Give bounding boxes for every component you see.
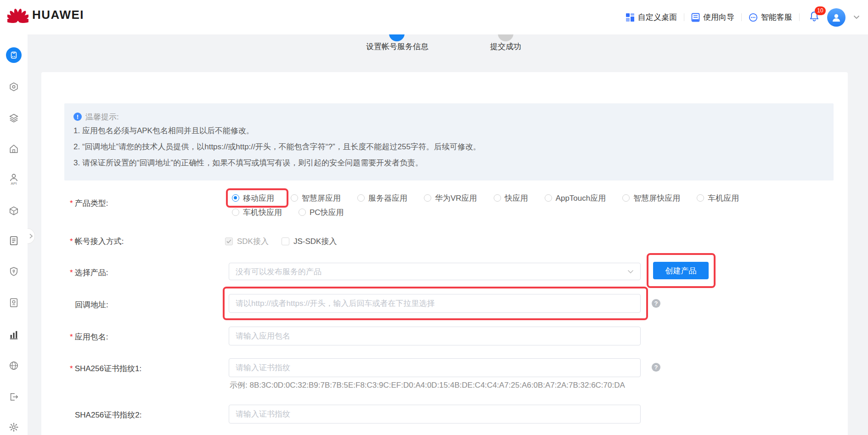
sha256-1-help-icon[interactable] [652,363,660,372]
notice-line-3: 3. 请保证所设置的“回调地址”的正确性，如果不填写或填写有误，则引起的安全问题… [73,155,824,171]
notice-line-2: 2. “回调地址”请您的技术人员提供，以https://或http://开头，不… [73,139,824,155]
user-avatar[interactable] [827,8,845,27]
sha256-2-label: SHA256证书指纹2: [75,410,142,420]
menu-guide-label: 使用向导 [703,12,734,23]
app-console-icon [10,51,18,59]
check-icon [226,239,231,243]
menu-smart-support[interactable]: 智能客服 [749,12,792,23]
notice-title-row: 温馨提示: [73,111,824,123]
radio-huawei-vr-app[interactable]: 华为VR应用 [424,193,477,203]
sidebar-item-form-document[interactable] [8,235,20,247]
radio-dot [299,209,306,216]
radio-dot [424,194,431,202]
tips-notice: 温馨提示: 1. 应用包名必须与APK包名相同并且以后不能修改。 2. “回调地… [64,103,834,181]
callback-url-label: 回调地址: [75,299,108,310]
form-document-icon [9,236,19,246]
sidebar-item-api-user[interactable]: API [8,173,20,185]
api-user-icon: API [8,173,19,185]
sha256-1-label: SHA256证书指纹1: [70,363,141,374]
sidebar-item-analytics[interactable] [8,329,20,341]
package-name-label: 应用包名: [70,332,108,342]
brand-text: HUAWEI [32,8,84,22]
callback-url-input[interactable] [229,294,641,313]
sidebar-item-exit[interactable] [8,391,20,403]
callback-url-help-icon[interactable] [652,299,660,308]
sha256-example-text: 示例: 8B:3C:0D:0C:32:B9:7B:7B:5E:F8:C3:9C:… [230,380,625,390]
product-type-options-row2: 车机快应用 PC快应用 [232,205,344,219]
sidebar-item-home[interactable] [8,143,20,155]
shield-icon [9,266,19,277]
bar-chart-icon [9,330,19,340]
chevron-right-icon [29,233,33,239]
radio-dot [622,194,630,202]
radio-quick-app[interactable]: 快应用 [494,193,528,203]
sidebar-item-settings[interactable] [8,421,20,433]
checkbox-checked [225,237,233,245]
sidebar-item-shield[interactable] [8,266,20,277]
radio-pc-quick-app[interactable]: PC快应用 [299,207,344,218]
checkbox-unchecked [282,237,289,245]
radio-mobile-app[interactable]: 移动应用 [232,193,274,203]
select-product-placeholder: 没有可以发布服务的产品 [236,266,627,277]
radio-dot [291,194,298,202]
access-mode-label: 帐号接入方式: [70,236,124,247]
radio-smart-screen-app[interactable]: 智慧屏应用 [291,193,341,203]
desktop-grid-icon [626,13,635,22]
radio-dot [697,194,704,202]
home-icon [9,144,19,154]
page: 设置帐号服务信息 提交成功 HUAWEI [0,0,868,435]
product-type-label: 产品类型: [70,198,108,209]
checkbox-js-sdk-access[interactable]: JS-SDK接入 [282,236,337,247]
chevron-down-icon [627,270,634,274]
divider [799,13,800,21]
radio-dot [494,194,501,202]
huawei-flower-icon [7,6,28,23]
sidebar-item-app-console[interactable] [6,47,22,63]
radio-smart-screen-quick-app[interactable]: 智慧屏快应用 [622,193,680,203]
radio-server-app[interactable]: 服务器应用 [357,193,407,203]
notification-count-badge: 10 [815,6,826,15]
svg-text:API: API [11,181,17,185]
info-icon [73,113,82,121]
sidebar-item-audit-document[interactable] [8,297,20,309]
top-header: HUAWEI 自定义桌面 使用向导 [0,0,868,34]
notice-title: 温馨提示: [85,112,119,122]
sidebar-item-layers[interactable] [8,112,20,124]
guide-book-icon [691,13,700,22]
audit-document-icon [9,298,19,308]
create-product-button[interactable]: 创建产品 [653,262,709,279]
header-menu: 自定义桌面 使用向导 智能客服 [626,0,860,34]
menu-smart-support-label: 智能客服 [761,12,792,23]
sidebar-item-cube[interactable] [8,205,20,217]
notifications-bell[interactable]: 10 [808,11,820,24]
select-product-label: 选择产品: [70,267,108,278]
notice-line-1: 1. 应用包名必须与APK包名相同并且以后不能修改。 [73,123,824,139]
left-sidebar: API [0,34,28,435]
package-name-input[interactable] [229,327,641,345]
menu-guide[interactable]: 使用向导 [691,12,734,23]
layers-icon [9,113,19,123]
menu-custom-desktop[interactable]: 自定义桌面 [626,12,677,23]
person-icon [831,12,842,23]
sha256-1-input[interactable] [229,358,641,377]
sha256-2-input[interactable] [229,405,641,424]
huawei-logo: HUAWEI [7,6,84,23]
gear-icon [9,422,19,432]
select-product-dropdown[interactable]: 没有可以发布服务的产品 [229,263,641,280]
cube-icon [9,206,19,216]
divider [684,13,684,21]
chevron-down-icon[interactable] [853,15,860,19]
sidebar-expander[interactable] [28,228,35,244]
sidebar-item-globe[interactable] [8,360,20,372]
step-current-label: 设置帐号服务信息 [356,41,439,52]
sidebar-item-services[interactable] [8,81,20,93]
chat-support-icon [749,13,758,22]
product-type-options-row1: 移动应用 智慧屏应用 服务器应用 华为VR应用 快应用 AppTouch应用 智… [232,191,739,205]
radio-car-app[interactable]: 车机应用 [697,193,739,203]
checkbox-sdk-access[interactable]: SDK接入 [225,236,269,247]
access-mode-options: SDK接入 JS-SDK接入 [225,236,337,247]
radio-car-quick-app[interactable]: 车机快应用 [232,207,282,218]
globe-icon [9,361,19,371]
radio-apptouch-app[interactable]: AppTouch应用 [545,193,606,203]
exit-door-icon [9,392,19,402]
